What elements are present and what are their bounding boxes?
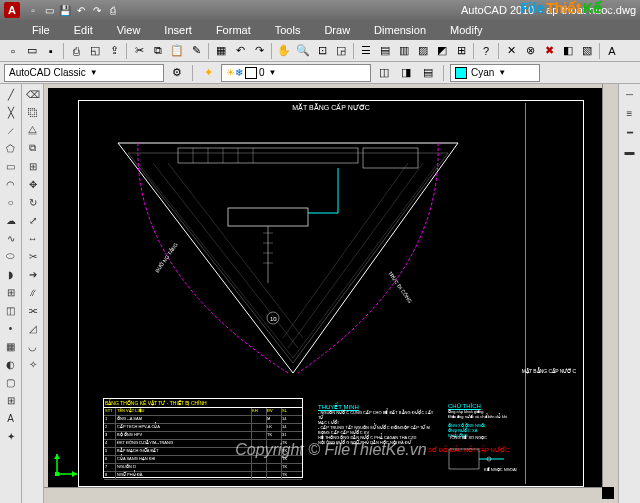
svg-marker-33 bbox=[54, 454, 60, 459]
color-combo[interactable]: Cyan▼ bbox=[450, 64, 540, 82]
polygon-icon[interactable]: ⬠ bbox=[3, 140, 19, 156]
save-btn[interactable]: ▪ bbox=[42, 42, 60, 60]
menu-insert[interactable]: Insert bbox=[152, 24, 204, 36]
table-icon[interactable]: ⊞ bbox=[3, 392, 19, 408]
redo-icon[interactable]: ↷ bbox=[90, 3, 104, 17]
rect-icon[interactable]: ▭ bbox=[3, 158, 19, 174]
region-icon[interactable]: ▢ bbox=[3, 374, 19, 390]
ellipse-arc-icon[interactable]: ◗ bbox=[3, 266, 19, 282]
plot-btn[interactable]: ⎙ bbox=[67, 42, 85, 60]
x4-btn[interactable]: ◧ bbox=[559, 42, 577, 60]
sel-btn[interactable]: A bbox=[603, 42, 621, 60]
new-icon[interactable]: ▫ bbox=[26, 3, 40, 17]
markup-btn[interactable]: ◩ bbox=[433, 42, 451, 60]
break-icon[interactable]: ⫽ bbox=[25, 284, 41, 300]
menu-dimension[interactable]: Dimension bbox=[362, 24, 438, 36]
cut-btn[interactable]: ✂ bbox=[130, 42, 148, 60]
spline-icon[interactable]: ∿ bbox=[3, 230, 19, 246]
tool-pal-btn[interactable]: ▥ bbox=[395, 42, 413, 60]
explode-icon[interactable]: ✧ bbox=[25, 356, 41, 372]
pan-btn[interactable]: ✋ bbox=[275, 42, 293, 60]
erase-icon[interactable]: ⌫ bbox=[25, 86, 41, 102]
undo-btn[interactable]: ↶ bbox=[231, 42, 249, 60]
xline-icon[interactable]: ╳ bbox=[3, 104, 19, 120]
sheet-btn[interactable]: ▨ bbox=[414, 42, 432, 60]
layer-state-btn[interactable]: ▤ bbox=[419, 64, 437, 82]
stretch-icon[interactable]: ↔ bbox=[25, 230, 41, 246]
r-btn-4[interactable]: ▬ bbox=[622, 143, 638, 159]
menu-view[interactable]: View bbox=[105, 24, 153, 36]
point-icon[interactable]: • bbox=[3, 320, 19, 336]
copy-btn[interactable]: ⧉ bbox=[149, 42, 167, 60]
menu-edit[interactable]: Edit bbox=[62, 24, 105, 36]
paste-btn[interactable]: 📋 bbox=[168, 42, 186, 60]
props-btn[interactable]: ☰ bbox=[357, 42, 375, 60]
zoom-btn[interactable]: 🔍 bbox=[294, 42, 312, 60]
zoom-w-btn[interactable]: ⊡ bbox=[313, 42, 331, 60]
menu-draw[interactable]: Draw bbox=[312, 24, 362, 36]
mtext-icon[interactable]: A bbox=[3, 410, 19, 426]
dc-btn[interactable]: ▤ bbox=[376, 42, 394, 60]
save-icon[interactable]: 💾 bbox=[58, 3, 72, 17]
match-btn[interactable]: ✎ bbox=[187, 42, 205, 60]
revcloud-icon[interactable]: ☁ bbox=[3, 212, 19, 228]
new-btn[interactable]: ▫ bbox=[4, 42, 22, 60]
scale-icon[interactable]: ⤢ bbox=[25, 212, 41, 228]
undo-icon[interactable]: ↶ bbox=[74, 3, 88, 17]
pline-icon[interactable]: ⟋ bbox=[3, 122, 19, 138]
offset-icon[interactable]: ⧉ bbox=[25, 140, 41, 156]
block-btn[interactable]: ▦ bbox=[212, 42, 230, 60]
open-btn[interactable]: ▭ bbox=[23, 42, 41, 60]
app-logo[interactable]: A bbox=[4, 2, 20, 18]
zoom-p-btn[interactable]: ◲ bbox=[332, 42, 350, 60]
calc-btn[interactable]: ⊞ bbox=[452, 42, 470, 60]
x2-btn[interactable]: ⊗ bbox=[521, 42, 539, 60]
print-icon[interactable]: ⎙ bbox=[106, 3, 120, 17]
insert-icon[interactable]: ⊞ bbox=[3, 284, 19, 300]
scrollbar-horizontal[interactable] bbox=[44, 487, 602, 503]
menu-modify[interactable]: Modify bbox=[438, 24, 494, 36]
fillet-icon[interactable]: ◡ bbox=[25, 338, 41, 354]
extend-icon[interactable]: ➔ bbox=[25, 266, 41, 282]
move-icon[interactable]: ✥ bbox=[25, 176, 41, 192]
copy-icon[interactable]: ⿻ bbox=[25, 104, 41, 120]
r-btn-3[interactable]: ━ bbox=[622, 124, 638, 140]
x5-btn[interactable]: ▧ bbox=[578, 42, 596, 60]
ucs-icon bbox=[52, 449, 82, 479]
model-space[interactable]: MẶT BẰNG CẤP NƯỚC bbox=[48, 88, 614, 499]
line-icon[interactable]: ╱ bbox=[3, 86, 19, 102]
chamfer-icon[interactable]: ◿ bbox=[25, 320, 41, 336]
gradient-icon[interactable]: ◐ bbox=[3, 356, 19, 372]
workspace-combo[interactable]: AutoCAD Classic▼ bbox=[4, 64, 164, 82]
light-icon[interactable]: ✦ bbox=[199, 64, 217, 82]
preview-btn[interactable]: ◱ bbox=[86, 42, 104, 60]
trim-icon[interactable]: ✂ bbox=[25, 248, 41, 264]
help-btn[interactable]: ? bbox=[477, 42, 495, 60]
layer-combo[interactable]: ☀ ❄ 0 ▼ bbox=[221, 64, 371, 82]
publish-btn[interactable]: ⇪ bbox=[105, 42, 123, 60]
extra1-icon[interactable]: ✦ bbox=[3, 428, 19, 444]
r-btn-2[interactable]: ≡ bbox=[622, 105, 638, 121]
menu-file[interactable]: File bbox=[20, 24, 62, 36]
x1-btn[interactable]: ✕ bbox=[502, 42, 520, 60]
hatch-icon[interactable]: ▦ bbox=[3, 338, 19, 354]
scrollbar-vertical[interactable] bbox=[602, 84, 618, 487]
x3-btn[interactable]: ✖ bbox=[540, 42, 558, 60]
mirror-icon[interactable]: ⧋ bbox=[25, 122, 41, 138]
layer-prev-btn[interactable]: ◨ bbox=[397, 64, 415, 82]
layer-btn[interactable]: ◫ bbox=[375, 64, 393, 82]
r-btn-1[interactable]: ─ bbox=[622, 86, 638, 102]
array-icon[interactable]: ⊞ bbox=[25, 158, 41, 174]
redo-btn[interactable]: ↷ bbox=[250, 42, 268, 60]
ws-settings-btn[interactable]: ⚙ bbox=[168, 64, 186, 82]
open-icon[interactable]: ▭ bbox=[42, 3, 56, 17]
join-icon[interactable]: ⫘ bbox=[25, 302, 41, 318]
ellipse-icon[interactable]: ⬭ bbox=[3, 248, 19, 264]
arc-icon[interactable]: ◠ bbox=[3, 176, 19, 192]
circle-icon[interactable]: ○ bbox=[3, 194, 19, 210]
block-icon[interactable]: ◫ bbox=[3, 302, 19, 318]
menu-format[interactable]: Format bbox=[204, 24, 263, 36]
menu-tools[interactable]: Tools bbox=[263, 24, 313, 36]
rotate-icon[interactable]: ↻ bbox=[25, 194, 41, 210]
svg-text:10: 10 bbox=[270, 316, 277, 322]
